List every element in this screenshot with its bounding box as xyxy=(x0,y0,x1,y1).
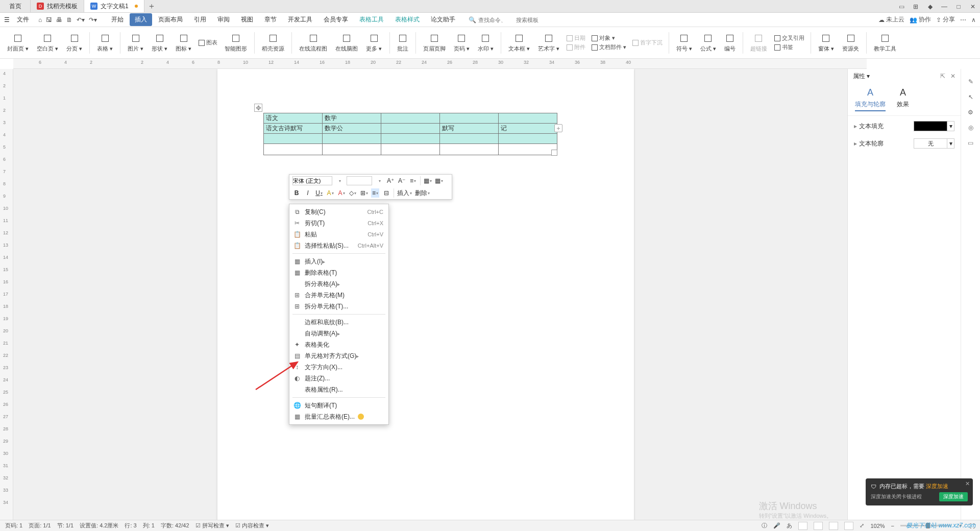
font-name-drop[interactable] xyxy=(335,176,344,185)
toast-close-icon[interactable]: ✕ xyxy=(965,480,970,487)
bold-icon[interactable]: B xyxy=(292,188,301,198)
ctx-合并单元格(M)[interactable]: ⊞合并单元格(M) xyxy=(289,289,388,301)
ctx-插入(I)[interactable]: ▦插入(I) xyxy=(289,256,388,267)
ribbon-超链接[interactable]: 超链接 xyxy=(747,29,770,57)
view-web-icon[interactable] xyxy=(829,522,838,530)
ribbon-形状[interactable]: 形状 ▾ xyxy=(149,29,170,57)
tool-select-icon[interactable]: ↖ xyxy=(968,93,973,101)
document-canvas[interactable]: ✥ 语文 数学 语文古诗默写 数学公 默写 记 xyxy=(13,69,847,520)
outline-select[interactable]: 无 xyxy=(914,138,947,149)
hamburger-icon[interactable]: ☰ xyxy=(4,16,10,23)
ribbon-教学工具[interactable]: 教学工具 xyxy=(871,29,899,57)
table-row[interactable] xyxy=(264,134,557,144)
tool-settings-icon[interactable]: ⚙ xyxy=(968,109,973,116)
ctx-删除表格(T)[interactable]: ▦删除表格(T) xyxy=(289,267,388,278)
voice-icon[interactable]: 🎤 xyxy=(773,522,780,529)
ribbon-窗体[interactable]: 窗体 ▾ xyxy=(815,29,837,57)
view-outline-icon[interactable] xyxy=(814,522,823,530)
status-列[interactable]: 列: 1 xyxy=(143,522,155,529)
lang-icon[interactable]: あ xyxy=(787,522,792,529)
fill-color-swatch[interactable] xyxy=(914,121,947,131)
ribbon-文档部件[interactable]: 文档部件 ▾ xyxy=(592,43,626,51)
ctx-文字方向(X)...[interactable]: ↕文字方向(X)... xyxy=(289,361,388,373)
coop-button[interactable]: 👥协作 xyxy=(910,15,931,24)
tab-home[interactable]: 首页 xyxy=(0,0,31,12)
grow-font-icon[interactable]: A⁺ xyxy=(386,176,395,185)
borders-icon[interactable]: ⊞ xyxy=(360,188,368,198)
italic-icon[interactable]: I xyxy=(304,188,312,198)
toast-accelerate-button[interactable]: 深度加速 xyxy=(939,492,968,501)
ribbon-在线脑图[interactable]: 在线脑图 xyxy=(332,29,361,57)
font-color-icon[interactable]: A xyxy=(337,188,346,198)
ribbon-更多[interactable]: 更多 ▾ xyxy=(363,29,385,57)
menu-expand[interactable]: ∧ xyxy=(971,16,976,23)
mini-delete[interactable]: 删除 xyxy=(415,188,430,198)
ribbon-tab-7[interactable]: 开发工具 xyxy=(283,13,317,26)
table-row[interactable]: 语文古诗默写 数学公 默写 记 xyxy=(264,124,557,134)
window-close[interactable]: ✕ xyxy=(966,0,980,13)
ctx-剪切(T)[interactable]: ✂剪切(T)Ctrl+X xyxy=(289,218,388,229)
search-input[interactable] xyxy=(478,17,514,23)
underline-icon[interactable]: U xyxy=(315,188,323,198)
ribbon-tab-8[interactable]: 会员专享 xyxy=(318,13,353,26)
window-minimize[interactable]: — xyxy=(937,0,951,13)
ribbon-tab-3[interactable]: 引用 xyxy=(189,13,211,26)
ribbon-符号[interactable]: 符号 ▾ xyxy=(673,29,695,57)
table-add-row[interactable]: ＋ xyxy=(554,124,562,132)
qat-redo-icon[interactable]: ↷▾ xyxy=(89,16,97,23)
view-read-icon[interactable] xyxy=(844,522,853,530)
ribbon-对象[interactable]: 对象 ▾ xyxy=(592,34,626,42)
qat-print-icon[interactable]: 🖶 xyxy=(56,16,62,23)
view-page-icon[interactable] xyxy=(798,522,807,530)
status-节[interactable]: 节: 1/1 xyxy=(57,522,74,529)
panel-tab-fill[interactable]: A 填充与轮廓 xyxy=(855,87,886,111)
ribbon-资源夹[interactable]: 资源夹 xyxy=(839,29,862,57)
ctx-边框和底纹(B)...[interactable]: 边框和底纹(B)... xyxy=(289,317,388,328)
ribbon-tab-0[interactable]: 开始 xyxy=(106,13,129,26)
panel-tab-effect[interactable]: A 效果 xyxy=(897,87,909,111)
ctx-表格美化[interactable]: ✦表格美化 xyxy=(289,339,388,350)
prop-text-outline[interactable]: ▸文本轮廓 无▾ xyxy=(854,138,954,149)
ribbon-稻壳资源[interactable]: 稻壳资源 xyxy=(259,29,287,57)
command-search[interactable]: 🔍 xyxy=(469,16,552,23)
menu-more[interactable]: ⋯ xyxy=(960,16,966,23)
ctx-粘贴[interactable]: 📋粘贴Ctrl+V xyxy=(289,229,388,240)
ribbon-图标[interactable]: 图标 ▾ xyxy=(173,29,194,57)
ribbon-tab-11[interactable]: 论文助手 xyxy=(426,13,460,26)
ribbon-批注[interactable]: 批注 xyxy=(394,29,411,57)
status-设置值[interactable]: 设置值: 4.2厘米 xyxy=(80,522,118,529)
ruler-vertical[interactable]: 4212345678910111213141516171819202122232… xyxy=(0,69,13,520)
align-icon[interactable]: ≡ xyxy=(371,188,379,198)
ctx-拆分表格(A)[interactable]: 拆分表格(A) xyxy=(289,278,388,289)
panel-close-icon[interactable]: ✕ xyxy=(950,73,955,80)
cloud-status[interactable]: ☁未上云 xyxy=(878,15,904,24)
document-table[interactable]: 语文 数学 语文古诗默写 数学公 默写 记 xyxy=(263,113,557,155)
qat-preview-icon[interactable]: 🗎 xyxy=(66,16,72,23)
ribbon-页眉页脚[interactable]: 页眉页脚 xyxy=(420,29,449,57)
ribbon-空白页[interactable]: 空白页 ▾ xyxy=(34,29,61,57)
menu-file[interactable]: 文件 xyxy=(13,14,33,26)
ribbon-tab-4[interactable]: 审阅 xyxy=(212,13,235,26)
ribbon-tab-1[interactable]: 插入 xyxy=(130,13,152,26)
tab-daoke[interactable]: D 找稻壳模板 xyxy=(31,0,84,12)
ribbon-图表[interactable]: 图表 xyxy=(199,39,217,46)
zoom-out[interactable]: − xyxy=(891,523,894,529)
spellcheck-toggle[interactable]: ☑ 拼写检查 ▾ xyxy=(195,522,229,529)
font-name-input[interactable] xyxy=(292,176,332,185)
ribbon-tab-5[interactable]: 视图 xyxy=(236,13,258,26)
ctx-批量汇总表格(E)...[interactable]: ▦批量汇总表格(E)... xyxy=(289,411,388,422)
status-行[interactable]: 行: 3 xyxy=(125,522,136,529)
zoom-value[interactable]: 102% xyxy=(870,523,885,529)
shading-icon[interactable]: ◇ xyxy=(349,188,357,198)
ribbon-tab-6[interactable]: 章节 xyxy=(259,13,282,26)
search-template-input[interactable] xyxy=(516,17,552,23)
qat-undo-icon[interactable]: ↶▾ xyxy=(77,16,85,23)
status-字数[interactable]: 字数: 42/42 xyxy=(161,522,189,529)
mini-insert[interactable]: 插入 xyxy=(397,188,412,198)
shrink-font-icon[interactable]: A⁻ xyxy=(398,176,406,185)
highlight-icon[interactable]: A xyxy=(326,188,334,198)
status-页码[interactable]: 页码: 1 xyxy=(5,522,22,529)
qat-save-icon[interactable]: 🖫 xyxy=(46,16,52,23)
qat-home-icon[interactable]: ⌂ xyxy=(38,16,42,23)
ribbon-tab-10[interactable]: 表格样式 xyxy=(390,13,425,26)
